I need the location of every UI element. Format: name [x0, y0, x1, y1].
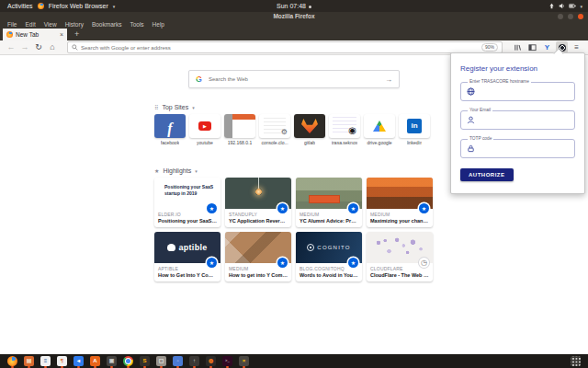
maximize-button[interactable] [568, 14, 573, 19]
totp-input[interactable] [479, 145, 569, 153]
search-submit-arrow-icon[interactable]: → [385, 75, 392, 84]
highlight-card[interactable]: MEDIUM Maximizing your chances of ge… [367, 178, 433, 227]
email-input[interactable] [479, 117, 569, 124]
highlight-card[interactable]: STANDUPLY YC Application Reverse Engine… [225, 178, 291, 227]
authorize-button[interactable]: AUTHORIZE [460, 168, 514, 181]
new-tab-button[interactable]: + [74, 29, 79, 39]
sublime-text[interactable]: S [140, 355, 150, 368]
card-title[interactable]: Words to Avoid in Your YC Ap… [296, 271, 362, 278]
youtube[interactable]: ▶ youtube [189, 114, 220, 145]
card-badge-icon[interactable] [277, 258, 288, 268]
top-sites-grid-icon: ⠿ [154, 104, 158, 110]
system-tray[interactable]: ▾ [548, 3, 588, 9]
menu-item[interactable]: Tools [130, 21, 143, 28]
site-logo-icon: ⚙ [281, 129, 288, 136]
window-titlebar[interactable]: Mozilla Firefox [0, 12, 588, 20]
web-search-input[interactable] [207, 75, 380, 83]
card-badge-icon[interactable] [348, 203, 358, 213]
document-viewer[interactable]: ¶ [57, 355, 67, 368]
screenshot-tool[interactable]: ▣ [107, 355, 117, 368]
top-sites-row: f facebook ▶ youtube 192.168.0.1 [154, 114, 430, 145]
menu-item[interactable]: View [44, 21, 57, 28]
chevron-down-icon[interactable]: ▾ [195, 168, 198, 174]
top-site-label: trasa.seknox [332, 140, 357, 145]
remmina[interactable]: ◦ [173, 355, 183, 368]
card-title[interactable]: YC Alumni Advice: Preparing f… [296, 217, 362, 224]
back-button[interactable]: ← [6, 41, 17, 53]
show-applications-grid-icon[interactable] [571, 356, 581, 366]
menu-item[interactable]: Bookmarks [92, 21, 122, 28]
card-title[interactable]: Maximizing your chances of ge… [367, 217, 433, 224]
url-bar[interactable]: 90% [67, 41, 503, 53]
top-site-label: linkedin [407, 140, 423, 145]
home-button[interactable]: ⌂ [47, 41, 58, 53]
person-icon [467, 116, 475, 124]
blender[interactable]: ◍ [206, 355, 216, 368]
menu-item[interactable]: Help [153, 21, 164, 28]
minimize-button[interactable] [558, 14, 563, 19]
desktop-screen: Activities Firefox Web Browser ▾ Sun 07:… [0, 0, 588, 368]
highlight-card[interactable]: COGNITO BLOG.COGNITOHQ Words to Avoid in… [296, 232, 362, 282]
vscode[interactable]: ◂ [74, 355, 84, 368]
highlight-card[interactable]: aptible APTIBLE How to Get Into Y Combin… [154, 232, 220, 282]
card-badge-icon[interactable] [419, 203, 429, 213]
facebook[interactable]: f facebook [154, 114, 186, 145]
gitlab[interactable]: gitlab [294, 114, 325, 145]
menu-item[interactable]: History [65, 21, 84, 28]
highlight-card[interactable]: CLOUDFLARE CloudFlare - The Web Perform… [367, 232, 433, 282]
menu-item[interactable]: File [7, 21, 17, 28]
menu-item[interactable]: Edit [25, 21, 35, 28]
top-site-label: gitlab [304, 140, 315, 145]
highlights-heading[interactable]: ★ Highlights ▾ [154, 167, 198, 174]
card-badge-icon[interactable] [207, 203, 217, 213]
activities-button[interactable]: Activities [7, 3, 33, 9]
card-badge-icon[interactable] [207, 258, 217, 268]
top-sites-heading[interactable]: ⠿ Top Sites ▾ [154, 104, 195, 110]
email-field[interactable]: Your Email [460, 110, 575, 130]
totp-field[interactable]: TOTP code [460, 139, 575, 158]
site-logo-icon: f [167, 121, 172, 136]
hostname-field[interactable]: Enter TRASACORE hostname [460, 82, 575, 101]
card-title[interactable]: How to Get Into Y Combinator … [154, 271, 220, 278]
zoom-level-badge[interactable]: 90% [481, 43, 498, 52]
chromium[interactable] [123, 355, 133, 368]
card-title[interactable]: Positioning your SaaS startup i… [154, 217, 220, 224]
card-badge-icon[interactable] [419, 258, 429, 268]
software-updater[interactable]: ↑ [189, 355, 199, 368]
reload-button[interactable]: ↻ [33, 41, 44, 53]
clock-text[interactable]: Sun 07:48 [277, 3, 306, 9]
card-badge-icon[interactable] [277, 203, 288, 213]
forward-button[interactable]: → [19, 41, 30, 53]
card-title[interactable]: How to get into Y Combinator … [225, 271, 291, 278]
tab-new-tab[interactable]: New Tab × [3, 29, 67, 40]
card-badge-icon[interactable] [348, 258, 358, 268]
libreoffice-writer[interactable]: ≡ [40, 355, 51, 368]
192.168.0.1[interactable]: 192.168.0.1 [224, 114, 255, 145]
ubuntu-software[interactable]: A [90, 355, 100, 368]
terminal[interactable]: >_ [222, 355, 232, 368]
highlight-card[interactable]: MEDIUM YC Alumni Advice: Preparing f… [296, 178, 362, 227]
web-search-box[interactable]: G → [188, 70, 400, 88]
firefox[interactable] [7, 355, 17, 368]
highlights-grid: Positioning your SaaS startup in 2019 EL… [154, 178, 433, 282]
app-menu-button[interactable]: Firefox Web Browser [49, 3, 108, 9]
close-button[interactable] [578, 14, 583, 19]
console.clo...[interactable]: ⚙ console.clo... [259, 114, 290, 145]
card-title[interactable]: YC Application Reverse Engine… [225, 217, 291, 224]
archive-manager[interactable]: ▢ [156, 355, 166, 368]
highlight-card[interactable]: Positioning your SaaS startup in 2019 EL… [154, 178, 220, 227]
hostname-input[interactable] [479, 88, 569, 96]
chevron-down-icon[interactable]: ▾ [192, 105, 195, 110]
linkedin[interactable]: in linkedin [399, 114, 430, 145]
thumbnail-text: aptible [178, 243, 207, 252]
card-title[interactable]: CloudFlare - The Web Perform… [367, 271, 433, 278]
tab-bar: New Tab × + [0, 29, 588, 40]
top-site-label: drive.google [367, 140, 391, 145]
trasa.seknox[interactable]: ◉ trasa.seknox [329, 114, 360, 145]
highlight-card[interactable]: MEDIUM How to get into Y Combinator … [225, 232, 291, 282]
tab-close-icon[interactable]: × [60, 31, 63, 38]
url-input[interactable] [81, 45, 479, 51]
file-manager[interactable]: ▤ [24, 355, 34, 368]
system-tools[interactable]: × [239, 355, 249, 368]
drive.google[interactable]: drive.google [364, 114, 395, 145]
